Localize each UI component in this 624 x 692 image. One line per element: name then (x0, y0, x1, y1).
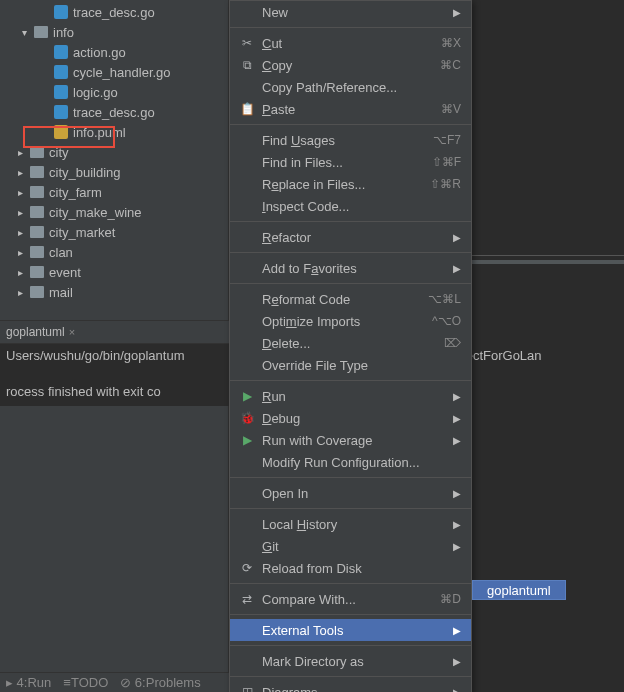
menu-item-reload-from-disk[interactable]: ⟳Reload from Disk (230, 557, 471, 579)
menu-item-debug[interactable]: 🐞Debug▶ (230, 407, 471, 429)
menu-item-inspect-code[interactable]: Inspect Code... (230, 195, 471, 217)
menu-item-reformat-code[interactable]: Reformat Code⌥⌘L (230, 288, 471, 310)
terminal-tab-label[interactable]: goplantuml (6, 325, 65, 339)
shortcut-label: ⌘X (441, 36, 461, 50)
file-label: logic.go (73, 85, 118, 100)
folder-event[interactable]: ▸event (0, 262, 228, 282)
chevron-right-icon: ▶ (453, 656, 461, 667)
menu-label: External Tools (262, 623, 445, 638)
menu-label: Inspect Code... (262, 199, 461, 214)
menu-item-external-tools[interactable]: External Tools▶ (230, 619, 471, 641)
folder-city_make_wine[interactable]: ▸city_make_wine (0, 202, 228, 222)
menu-item-mark-directory-as[interactable]: Mark Directory as▶ (230, 650, 471, 672)
menu-label: Compare With... (262, 592, 432, 607)
shortcut-label: ⌥F7 (433, 133, 461, 147)
folder-city_farm[interactable]: ▸city_farm (0, 182, 228, 202)
menu-label: Find Usages (262, 133, 425, 148)
file-cycle_handler-go[interactable]: cycle_handler.go (0, 62, 228, 82)
menu-item-cut[interactable]: ✂Cut⌘X (230, 32, 471, 54)
menu-separator (230, 283, 471, 284)
menu-label: Open In (262, 486, 445, 501)
chevron-right-icon: ▸ (18, 267, 28, 278)
menu-item-git[interactable]: Git▶ (230, 535, 471, 557)
chevron-right-icon: ▸ (18, 187, 28, 198)
⟳-icon: ⟳ (238, 561, 256, 575)
menu-separator (230, 614, 471, 615)
file-action-go[interactable]: action.go (0, 42, 228, 62)
submenu-external-tools[interactable]: goplantuml (472, 580, 566, 600)
folder-clan[interactable]: ▸clan (0, 242, 228, 262)
file-logic-go[interactable]: logic.go (0, 82, 228, 102)
menu-label: Copy (262, 58, 432, 73)
folder-label: clan (49, 245, 73, 260)
menu-item-add-to-favorites[interactable]: Add to Favorites▶ (230, 257, 471, 279)
menu-label: Modify Run Configuration... (262, 455, 461, 470)
menu-label: New (262, 5, 445, 20)
chevron-right-icon: ▶ (453, 541, 461, 552)
menu-separator (230, 477, 471, 478)
submenu-item-goplantuml[interactable]: goplantuml (487, 583, 551, 598)
status-tab-todo[interactable]: ≡ TODO (63, 675, 108, 690)
menu-item-modify-run-configuration[interactable]: Modify Run Configuration... (230, 451, 471, 473)
menu-label: Local History (262, 517, 445, 532)
folder-mail[interactable]: ▸mail (0, 282, 228, 302)
file-info-puml[interactable]: info.puml (0, 122, 228, 142)
status-tab-run[interactable]: ▸ 4: Run (6, 675, 51, 690)
menu-item-replace-in-files[interactable]: Replace in Files...⇧⌘R (230, 173, 471, 195)
folder-city[interactable]: ▸city (0, 142, 228, 162)
menu-item-override-file-type[interactable]: Override File Type (230, 354, 471, 376)
chevron-right-icon: ▸ (18, 247, 28, 258)
menu-label: Refactor (262, 230, 445, 245)
menu-item-compare-with[interactable]: ⇄Compare With...⌘D (230, 588, 471, 610)
file-trace_desc-go[interactable]: trace_desc.go (0, 102, 228, 122)
menu-item-optimize-imports[interactable]: Optimize Imports^⌥O (230, 310, 471, 332)
folder-label: event (49, 265, 81, 280)
menu-item-run[interactable]: ▶Run▶ (230, 385, 471, 407)
chevron-right-icon: ▶ (453, 7, 461, 18)
file-trace-desc[interactable]: trace_desc.go (0, 2, 228, 22)
folder-city_market[interactable]: ▸city_market (0, 222, 228, 242)
menu-item-local-history[interactable]: Local History▶ (230, 513, 471, 535)
▶-icon: ▶ (238, 433, 256, 447)
chevron-right-icon: ▶ (453, 232, 461, 243)
file-label: info.puml (73, 125, 126, 140)
terminal-line: Users/wushu/go/bin/goplantum (6, 348, 185, 363)
file-label: trace_desc.go (73, 5, 155, 20)
status-bar[interactable]: ▸ 4: Run ≡ TODO ⊘ 6: Problems (0, 672, 229, 692)
menu-item-copy[interactable]: ⧉Copy⌘C (230, 54, 471, 76)
status-tab-problems[interactable]: ⊘ 6: Problems (120, 675, 200, 690)
menu-item-run-with-coverage[interactable]: ▶Run with Coverage▶ (230, 429, 471, 451)
menu-item-refactor[interactable]: Refactor▶ (230, 226, 471, 248)
menu-item-open-in[interactable]: Open In▶ (230, 482, 471, 504)
close-icon[interactable]: × (69, 326, 75, 338)
shortcut-label: ⌘C (440, 58, 461, 72)
menu-item-copy-path-reference[interactable]: Copy Path/Reference... (230, 76, 471, 98)
shortcut-label: ⇧⌘F (432, 155, 461, 169)
folder-icon (30, 226, 44, 238)
chevron-right-icon: ▶ (453, 413, 461, 424)
menu-item-diagrams[interactable]: ◫Diagrams▶ (230, 681, 471, 692)
menu-item-new[interactable]: New▶ (230, 1, 471, 23)
menu-item-paste[interactable]: 📋Paste⌘V (230, 98, 471, 120)
folder-label: city (49, 145, 69, 160)
file-label: trace_desc.go (73, 105, 155, 120)
chevron-right-icon: ▶ (453, 435, 461, 446)
menu-label: Override File Type (262, 358, 461, 373)
menu-item-find-usages[interactable]: Find Usages⌥F7 (230, 129, 471, 151)
menu-label: Run with Coverage (262, 433, 445, 448)
chevron-right-icon: ▶ (453, 263, 461, 274)
chevron-right-icon: ▸ (18, 167, 28, 178)
context-menu[interactable]: New▶✂Cut⌘X⧉Copy⌘CCopy Path/Reference...📋… (229, 0, 472, 692)
chevron-right-icon: ▶ (453, 488, 461, 499)
menu-item-find-in-files[interactable]: Find in Files...⇧⌘F (230, 151, 471, 173)
menu-label: Diagrams (262, 685, 445, 693)
folder-info[interactable]: ▾ info (0, 22, 228, 42)
folder-city_building[interactable]: ▸city_building (0, 162, 228, 182)
menu-item-delete[interactable]: Delete...⌦ (230, 332, 471, 354)
chevron-right-icon: ▶ (453, 519, 461, 530)
shortcut-label: ⌘D (440, 592, 461, 606)
menu-label: Reformat Code (262, 292, 420, 307)
terminal-tab-bar[interactable]: goplantuml × (0, 320, 229, 344)
menu-separator (230, 583, 471, 584)
▶-icon: ▶ (238, 389, 256, 403)
